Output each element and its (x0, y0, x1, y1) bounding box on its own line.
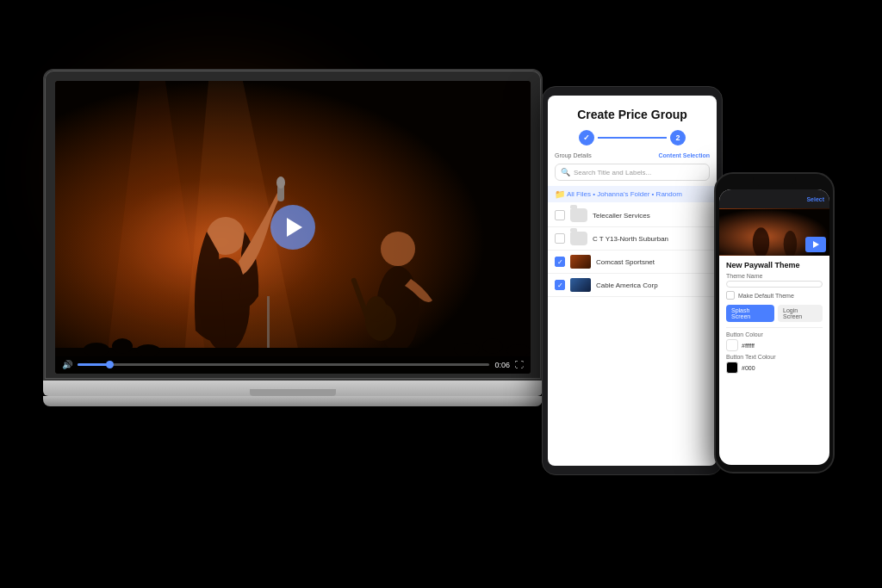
phone-action-label[interactable]: Select (806, 196, 824, 202)
button-colour-value: #ffffff (742, 343, 755, 349)
file-name-4: Cable America Corp (596, 282, 710, 289)
folder-icon-1 (570, 208, 587, 222)
svg-point-6 (276, 176, 285, 189)
breadcrumb-folder-icon: 📁 (555, 189, 565, 199)
file-name-1: Telecaller Services (593, 212, 710, 220)
step-labels: Group Details Content Selection (548, 152, 717, 164)
tablet-device: Create Price Group ✓ 2 Group Details Con… (542, 86, 723, 475)
phone-tabs: Splash Screen Login Screen (726, 305, 823, 322)
video-thumb-4 (570, 278, 591, 292)
phone-button-text-colour-row: #000 (726, 362, 823, 374)
progress-bar[interactable] (78, 363, 489, 366)
svg-point-18 (454, 343, 480, 356)
phone-top-bar: Select (719, 189, 829, 208)
tablet-search[interactable]: 🔍 Search Title and Labels... (555, 164, 710, 181)
file-checkbox-2[interactable] (555, 233, 565, 244)
file-name-2: C T Y13-North Suburban (593, 235, 710, 243)
step-1-label: Group Details (555, 152, 592, 158)
concert-background: 🔊 0:06 ⛶ (55, 81, 531, 374)
search-placeholder: Search Title and Labels... (574, 169, 651, 176)
button-colour-swatch[interactable] (726, 339, 738, 351)
phone-divider-1 (726, 327, 823, 328)
phone-default-checkbox[interactable] (726, 291, 735, 300)
phone-play-icon (813, 241, 819, 248)
phone-device: Select (714, 172, 835, 473)
folder-icon-2 (570, 232, 587, 245)
laptop-bezel: 🔊 0:06 ⛶ (43, 69, 543, 381)
laptop-base (43, 381, 543, 396)
file-checkbox-1[interactable] (555, 210, 565, 220)
phone-default-label: Make Default Theme (738, 293, 794, 299)
progress-fill (78, 363, 110, 366)
step-line (598, 137, 667, 139)
step-2-circle: 2 (670, 130, 686, 145)
file-row-1[interactable]: Telecaller Services (548, 204, 717, 227)
file-checkbox-4[interactable]: ✓ (555, 280, 565, 290)
play-button[interactable] (270, 205, 315, 250)
video-time: 0:06 (494, 361, 510, 369)
main-scene: 🔊 0:06 ⛶ Create Pri (0, 0, 882, 588)
laptop-notch (250, 389, 336, 396)
laptop-bottom (43, 396, 543, 406)
file-row-4[interactable]: ✓ Cable America Corp (548, 274, 717, 297)
volume-icon[interactable]: 🔊 (62, 360, 72, 369)
laptop-screen: 🔊 0:06 ⛶ (55, 81, 531, 374)
fullscreen-icon[interactable]: ⛶ (515, 360, 524, 369)
button-text-colour-value: #000 (742, 365, 755, 371)
phone-section-title: New Paywall Theme (726, 261, 823, 269)
phone-default-theme-row: Make Default Theme (726, 291, 823, 300)
video-thumb-3 (570, 255, 591, 269)
file-row-3[interactable]: ✓ Comcast Sportsnet (548, 251, 717, 274)
phone-video-thumbnail (719, 208, 829, 256)
step-1-circle: ✓ (579, 130, 594, 145)
svg-point-16 (112, 338, 133, 354)
breadcrumb-text: All Files • Johanna's Folder • Random (567, 190, 682, 198)
tablet-screen: Create Price Group ✓ 2 Group Details Con… (548, 96, 717, 466)
phone-screen: Select (719, 189, 829, 465)
phone-theme-name-input[interactable] (726, 281, 823, 288)
search-icon: 🔍 (561, 168, 570, 176)
button-text-colour-swatch[interactable] (726, 362, 738, 374)
phone-button-colour-row: #ffffff (726, 339, 823, 351)
phone-button-text-colour-label: Button Text Colour (726, 354, 823, 360)
phone-play-button[interactable] (805, 237, 826, 252)
file-name-3: Comcast Sportsnet (596, 258, 710, 266)
step-2-label: Content Selection (658, 152, 710, 158)
file-row-2[interactable]: C T Y13-North Suburban (548, 227, 717, 251)
svg-point-15 (84, 343, 109, 356)
file-checkbox-3[interactable]: ✓ (555, 257, 565, 267)
tablet-title: Create Price Group (548, 96, 717, 127)
svg-point-19 (482, 338, 503, 354)
laptop-device: 🔊 0:06 ⛶ (43, 69, 543, 406)
breadcrumb: 📁 All Files • Johanna's Folder • Random (548, 186, 717, 202)
svg-point-20 (506, 344, 531, 356)
play-icon (287, 218, 302, 237)
phone-button-colour-label: Button Colour (726, 331, 823, 337)
svg-point-17 (136, 344, 160, 356)
phone-tab-splash[interactable]: Splash Screen (726, 305, 774, 322)
svg-point-10 (381, 232, 415, 266)
phone-content: New Paywall Theme Theme Name Make Defaul… (719, 256, 829, 380)
phone-tab-login[interactable]: Login Screen (778, 305, 823, 322)
tablet-steps: ✓ 2 (548, 127, 717, 152)
phone-notch (753, 174, 796, 186)
video-controls: 🔊 0:06 ⛶ (55, 356, 531, 374)
phone-theme-name-label: Theme Name (726, 273, 823, 279)
progress-dot (106, 361, 114, 368)
